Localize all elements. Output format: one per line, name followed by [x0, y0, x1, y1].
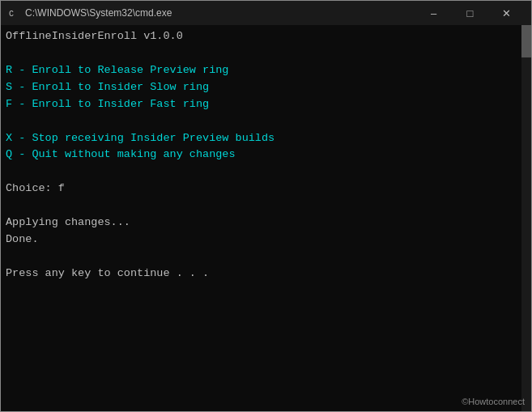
cmd-window: C C:\WINDOWS\System32\cmd.exe – □ ✕ Offl…	[0, 0, 532, 412]
version-line: OfflineInsiderEnroll v1.0.0	[6, 30, 183, 42]
press-line: Press any key to continue . . .	[6, 267, 209, 279]
choice-line: Choice: f	[6, 182, 65, 194]
applying-line: Applying changes...	[6, 216, 130, 228]
f-line: F - Enroll to Insider Fast ring	[6, 98, 209, 110]
close-button[interactable]: ✕	[488, 1, 525, 25]
title-bar: C C:\WINDOWS\System32\cmd.exe – □ ✕	[1, 1, 531, 25]
r-line: R - Enroll to Release Preview ring	[6, 64, 228, 76]
svg-text:C: C	[9, 10, 14, 19]
watermark: ©Howtoconnect	[462, 397, 525, 406]
minimize-button[interactable]: –	[415, 1, 452, 25]
scrollbar[interactable]	[521, 25, 531, 411]
s-line: S - Enroll to Insider Slow ring	[6, 81, 209, 93]
console-body: OfflineInsiderEnroll v1.0.0 R - Enroll t…	[1, 25, 531, 411]
maximize-button[interactable]: □	[452, 1, 488, 25]
cmd-icon: C	[7, 6, 20, 19]
window-controls: – □ ✕	[415, 1, 525, 25]
scrollbar-thumb[interactable]	[521, 25, 531, 57]
title-bar-left: C C:\WINDOWS\System32\cmd.exe	[7, 6, 172, 19]
q-line: Q - Quit without making any changes	[6, 148, 236, 160]
console-output: OfflineInsiderEnroll v1.0.0 R - Enroll t…	[6, 28, 526, 282]
window-title: C:\WINDOWS\System32\cmd.exe	[25, 7, 172, 19]
done-line: Done.	[6, 233, 39, 245]
x-line: X - Stop receiving Insider Preview build…	[6, 132, 275, 144]
